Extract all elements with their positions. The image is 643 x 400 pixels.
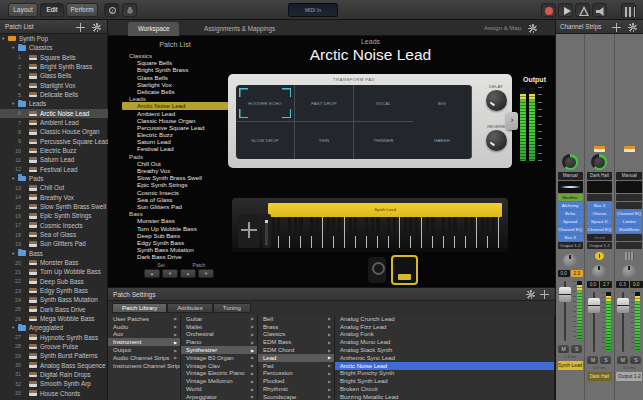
browser-item[interactable]: Plucked ▶: [258, 377, 334, 385]
browser-item[interactable]: Vintage Mellotron ▶: [181, 377, 257, 385]
workspace-patch-row[interactable]: Leads: [122, 95, 228, 102]
mod-wheel[interactable]: [262, 214, 271, 248]
workspace-gear-icon[interactable]: [528, 24, 537, 33]
add-patch-button[interactable]: [76, 23, 85, 32]
workspace-patch-row[interactable]: Bright Synth Brass: [122, 66, 228, 73]
patch-list-row[interactable]: 18 Sea of Glass: [0, 230, 108, 239]
patch-list-row[interactable]: 6 Arctic Noise Lead: [0, 109, 108, 118]
layout-button[interactable]: Layout: [8, 3, 38, 17]
browser-item[interactable]: Analog Mono Lead: [335, 338, 554, 346]
workspace-patch-row[interactable]: Sun Glitters Pad: [122, 203, 228, 210]
patch-list-row[interactable]: 5 Delicate Bells: [0, 90, 108, 99]
workspace-patch-row[interactable]: Epic Synth Strings: [122, 181, 228, 188]
midi-fx-slot[interactable]: [616, 194, 642, 201]
volume-fader[interactable]: [617, 298, 629, 313]
reverb-knob[interactable]: [486, 130, 507, 151]
output-slot[interactable]: Output 1-2: [558, 242, 583, 249]
mute-button[interactable]: M: [617, 356, 628, 364]
patch-list-row[interactable]: 7 Ambient Lead: [0, 118, 108, 127]
setting-button[interactable]: Manual: [616, 172, 642, 180]
solo-button[interactable]: S: [630, 356, 641, 364]
sustain-pedal[interactable]: [391, 255, 418, 285]
browser-item[interactable]: Lead ▶: [258, 354, 334, 362]
browser-item[interactable]: Orchestral ▶: [181, 331, 257, 339]
browser-item[interactable]: Vintage B3 Organ ▶: [181, 354, 257, 362]
browser-item[interactable]: Analog Crunch Lead: [335, 315, 554, 323]
pan-knob[interactable]: [563, 254, 577, 268]
browser-item[interactable]: Synthesizer ▶: [181, 346, 257, 354]
patch-list-row[interactable]: 23 Edgy Synth Bass: [0, 286, 108, 295]
patch-list-row[interactable]: 31 Digital Rain Drops: [0, 370, 108, 379]
patch-list-row[interactable]: 24 Synth Bass Mutation: [0, 295, 108, 304]
info-button[interactable]: i: [104, 3, 119, 17]
patch-settings-tab[interactable]: Attributes: [167, 303, 212, 313]
patch-settings-gear-icon[interactable]: [526, 290, 535, 299]
workspace-patch-row[interactable]: Saturn Lead: [122, 138, 228, 145]
audio-fx-slot[interactable]: Channel EQ: [587, 226, 612, 233]
audio-fx-slot[interactable]: Channel EQ: [616, 210, 642, 217]
workspace-patch-row[interactable]: Torn Up Wobble Bass: [122, 225, 228, 232]
workspace-patch-row[interactable]: Cosmic Insects: [122, 189, 228, 196]
pan-knob[interactable]: [592, 265, 606, 279]
workspace-patch-row[interactable]: Synth Bass Mutation: [122, 246, 228, 253]
set-down-button[interactable]: ▼: [162, 269, 178, 278]
browser-item[interactable]: Aux ▶: [108, 331, 180, 339]
browser-item[interactable]: Mallet ▶: [181, 323, 257, 331]
patch-list-row[interactable]: 22 Deep Sub Bass: [0, 277, 108, 286]
patch-list-row[interactable]: 2 Bright Synth Brass: [0, 62, 108, 71]
pan-knob[interactable]: [622, 265, 636, 279]
patch-list-row[interactable]: 8 Classic House Organ: [0, 127, 108, 136]
browser-item[interactable]: Analog Funk: [335, 331, 554, 339]
patch-list-row[interactable]: 13 Chill Out: [0, 183, 108, 192]
midi-fx-slot[interactable]: [587, 194, 612, 201]
edit-mode-button[interactable]: [122, 3, 137, 17]
workspace-patch-row[interactable]: Delicate Bells: [122, 88, 228, 95]
audio-fx-slot[interactable]: Echo: [558, 210, 583, 217]
audio-fx-slot[interactable]: Limiter: [616, 218, 642, 225]
transform-pad-cell[interactable]: SLOW DROP: [236, 122, 295, 159]
add-channel-strip-button[interactable]: [612, 23, 621, 32]
send-slot[interactable]: [616, 234, 642, 241]
delay-knob[interactable]: [486, 90, 507, 111]
patch-settings-tab[interactable]: Tuning: [213, 303, 251, 313]
channel-strip-name[interactable]: Synth Lead: [558, 361, 583, 370]
workspace-patch-row[interactable]: Pads: [122, 153, 228, 160]
mute-button[interactable]: M: [558, 345, 569, 353]
workspace-patch-row[interactable]: Classics: [122, 52, 228, 59]
assign-map-label[interactable]: Assign & Map: [484, 20, 521, 36]
output-slot[interactable]: [616, 242, 642, 249]
setting-button[interactable]: Manual: [558, 172, 583, 180]
browser-item[interactable]: Pad ▶: [258, 362, 334, 370]
master-volume-button[interactable]: [592, 3, 607, 17]
activity-monitor-button[interactable]: [621, 3, 636, 17]
browser-item[interactable]: Analog Stack Synth: [335, 346, 554, 354]
patch-list-row[interactable]: 11 Saturn Lead: [0, 155, 108, 164]
input-slot[interactable]: [616, 202, 642, 209]
setting-button[interactable]: Dark Hall: [587, 172, 612, 180]
browser-item[interactable]: Arpeggiator ▶: [181, 393, 257, 400]
input-slot[interactable]: Alchemy: [558, 202, 583, 209]
browser-item[interactable]: World ▶: [181, 385, 257, 393]
browser-item[interactable]: Bell ▶: [258, 315, 334, 323]
browser-item[interactable]: User Patches ▶: [108, 315, 180, 323]
browser-item[interactable]: Vintage Electric Piano ▶: [181, 370, 257, 378]
browser-item[interactable]: Brass ▶: [258, 323, 334, 331]
audio-fx-slot[interactable]: Channel EQ: [558, 226, 583, 233]
expression-pedal[interactable]: [368, 257, 386, 283]
workspace-patch-row[interactable]: Glass Bells: [122, 74, 228, 81]
keyboard-black-keys[interactable]: [268, 217, 502, 236]
screen-keyboard[interactable]: Synth Lead: [232, 198, 508, 252]
transform-pad-cell[interactable]: THINNER: [354, 122, 413, 159]
patch-list-row[interactable]: ▾ Bass: [0, 249, 108, 258]
browser-item[interactable]: Output ▶: [108, 346, 180, 354]
pitch-mod-controls[interactable]: [238, 214, 260, 248]
audio-fx-slot[interactable]: Chorus: [587, 210, 612, 217]
solo-button[interactable]: S: [600, 356, 611, 364]
tab-assignments-mappings[interactable]: Assignments & Mappings: [194, 22, 285, 36]
channel-strip-name[interactable]: Dark Hall: [587, 372, 612, 381]
patch-list-row[interactable]: ▾ Synth Pop: [0, 34, 108, 43]
workspace-patch-row[interactable]: Ambient Lead: [122, 110, 228, 117]
eq-thumbnail[interactable]: [616, 181, 642, 193]
browser-item[interactable]: Anthemic Sync Lead: [335, 354, 554, 362]
patch-list-row[interactable]: 28 Groove Pulse: [0, 342, 108, 351]
